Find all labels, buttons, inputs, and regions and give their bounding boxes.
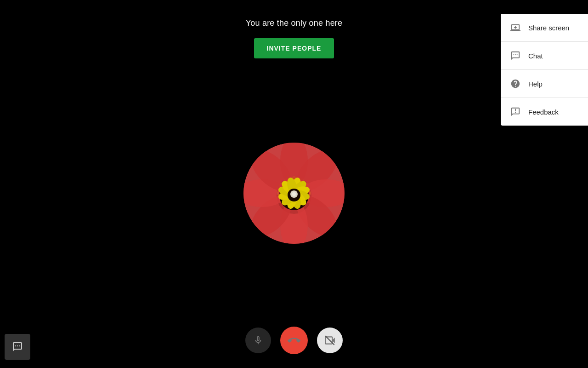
feedback-label: Feedback bbox=[528, 108, 559, 116]
end-call-button[interactable] bbox=[280, 327, 308, 354]
svg-point-42 bbox=[292, 192, 296, 196]
mute-microphone-button[interactable] bbox=[245, 328, 271, 353]
call-controls bbox=[245, 327, 343, 354]
share-screen-icon bbox=[510, 22, 521, 33]
invite-people-button[interactable]: INVITE PEOPLE bbox=[254, 38, 334, 58]
share-screen-label: Share screen bbox=[528, 24, 569, 32]
video-area: You are the only one here INVITE PEOPLE bbox=[0, 0, 588, 368]
toggle-video-button[interactable] bbox=[317, 328, 343, 353]
share-screen-menu-item[interactable]: Share screen bbox=[501, 14, 588, 42]
chat-label: Chat bbox=[528, 52, 543, 60]
chat-menu-item[interactable]: Chat bbox=[501, 42, 588, 70]
status-text: You are the only one here bbox=[246, 18, 343, 28]
feedback-menu-item[interactable]: Feedback bbox=[501, 98, 588, 126]
avatar bbox=[243, 143, 345, 244]
feedback-icon bbox=[510, 106, 521, 117]
help-icon bbox=[510, 78, 521, 89]
chat-bottom-button[interactable] bbox=[5, 334, 30, 360]
right-panel: Share screen Chat Help Feedback bbox=[501, 14, 588, 126]
help-menu-item[interactable]: Help bbox=[501, 70, 588, 98]
help-label: Help bbox=[528, 80, 543, 88]
chat-icon bbox=[510, 50, 521, 61]
